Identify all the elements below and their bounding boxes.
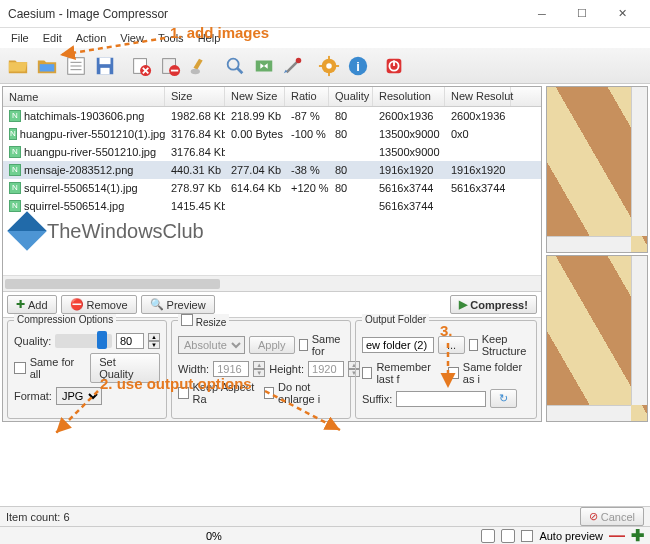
col-name[interactable]: Name [3, 87, 165, 106]
keep-structure-checkbox[interactable] [469, 339, 478, 351]
compressed-preview[interactable] [546, 255, 648, 422]
settings-icon[interactable] [279, 52, 307, 80]
quality-label: Quality: [14, 335, 51, 347]
auto-preview-checkbox[interactable] [521, 530, 533, 542]
resize-checkbox[interactable] [181, 314, 193, 326]
compress-button[interactable]: ▶Compress! [450, 295, 536, 314]
table-row[interactable]: Nsquirrel-5506514.jpg1415.45 Kb5616x3744 [3, 197, 541, 215]
menu-help[interactable]: Help [191, 30, 228, 46]
watermark-logo [7, 211, 47, 251]
title-bar: Caesium - Image Compressor ─ ☐ ✕ [0, 0, 650, 28]
svg-rect-16 [328, 72, 330, 76]
info-icon[interactable]: i [344, 52, 372, 80]
compress-icon[interactable] [250, 52, 278, 80]
svg-point-12 [296, 57, 302, 63]
same-for-all-checkbox[interactable] [14, 362, 26, 374]
add-button[interactable]: ✚Add [7, 295, 57, 314]
reset-suffix-button[interactable]: ↻ [490, 389, 517, 408]
menu-file[interactable]: File [4, 30, 36, 46]
col-ratio[interactable]: Ratio [285, 87, 329, 106]
table-header: Name Size New Size Ratio Quality Resolut… [3, 87, 541, 107]
width-input [213, 361, 249, 377]
svg-rect-23 [393, 60, 395, 66]
status-bar: Item count: 6 ⊘Cancel [0, 506, 650, 526]
keep-aspect-checkbox [178, 387, 189, 399]
set-quality-button[interactable]: Set Quality [90, 353, 160, 383]
preview-hscroll[interactable] [547, 405, 631, 421]
clear-list-icon[interactable] [185, 52, 213, 80]
gear-icon[interactable] [315, 52, 343, 80]
col-size[interactable]: Size [165, 87, 225, 106]
svg-rect-8 [171, 69, 178, 71]
apply-button: Apply [249, 336, 295, 354]
remember-checkbox[interactable] [362, 367, 372, 379]
preview-hscroll[interactable] [547, 236, 631, 252]
preview-panel [544, 84, 650, 424]
height-input [308, 361, 344, 377]
suffix-label: Suffix: [362, 393, 392, 405]
table-body[interactable]: Nhatchimals-1903606.png1982.68 Kb218.99 … [3, 107, 541, 275]
preview-button[interactable]: 🔍Preview [141, 295, 215, 314]
same-for-checkbox [299, 339, 308, 351]
svg-rect-18 [335, 65, 339, 67]
col-newsize[interactable]: New Size [225, 87, 285, 106]
minimize-button[interactable]: ─ [522, 0, 562, 28]
watermark: TheWindowsClub [13, 217, 204, 245]
quality-stepper[interactable]: ▲▼ [148, 333, 160, 349]
table-row[interactable]: Nhuangpu-river-5501210.jpg3176.84 Kb1350… [3, 143, 541, 161]
plus-icon[interactable]: ✚ [631, 526, 644, 544]
horizontal-scrollbar[interactable] [3, 275, 541, 291]
svg-rect-15 [328, 55, 330, 59]
col-newres[interactable]: New Resolut [445, 87, 511, 106]
svg-point-14 [326, 63, 332, 69]
item-count: Item count: 6 [6, 511, 70, 523]
same-for-all-label: Same for all [30, 356, 87, 380]
table-row[interactable]: Nhuangpu-river-5501210(1).jpg3176.84 Kb0… [3, 125, 541, 143]
quality-slider[interactable] [55, 334, 112, 348]
open-file-icon[interactable] [4, 52, 32, 80]
remove-button[interactable]: ⛔Remove [61, 295, 137, 314]
resize-mode-select: Absolute [178, 336, 245, 354]
table-row[interactable]: Nsquirrel-5506514(1).jpg278.97 Kb614.64 … [3, 179, 541, 197]
auto-preview-label: Auto preview [539, 530, 603, 542]
preview-vscroll[interactable] [631, 256, 647, 405]
preview-icon[interactable] [221, 52, 249, 80]
fit-icon[interactable] [481, 529, 495, 543]
minus-icon[interactable]: — [609, 527, 625, 545]
preview-vscroll[interactable] [631, 87, 647, 236]
table-row[interactable]: Nhatchimals-1903606.png1982.68 Kb218.99 … [3, 107, 541, 125]
watermark-text: TheWindowsClub [47, 220, 204, 243]
zoom-label: 0% [206, 530, 222, 542]
bottom-bar: 0% Auto preview — ✚ [0, 526, 650, 544]
file-list-panel: Name Size New Size Ratio Quality Resolut… [2, 86, 542, 422]
quality-input[interactable] [116, 333, 144, 349]
svg-text:i: i [356, 58, 360, 73]
table-row[interactable]: Nmensaje-2083512.png440.31 Kb277.04 Kb-3… [3, 161, 541, 179]
cancel-button: ⊘Cancel [580, 507, 644, 526]
window-title: Caesium - Image Compressor [8, 7, 522, 21]
svg-point-9 [191, 68, 200, 74]
col-quality[interactable]: Quality [329, 87, 373, 106]
svg-rect-17 [319, 65, 323, 67]
original-preview[interactable] [546, 86, 648, 253]
format-label: Format: [14, 390, 52, 402]
actual-size-icon[interactable] [501, 529, 515, 543]
exit-icon[interactable] [380, 52, 408, 80]
col-resolution[interactable]: Resolution [373, 87, 445, 106]
close-button[interactable]: ✕ [602, 0, 642, 28]
output-path-input[interactable] [362, 337, 434, 353]
maximize-button[interactable]: ☐ [562, 0, 602, 28]
